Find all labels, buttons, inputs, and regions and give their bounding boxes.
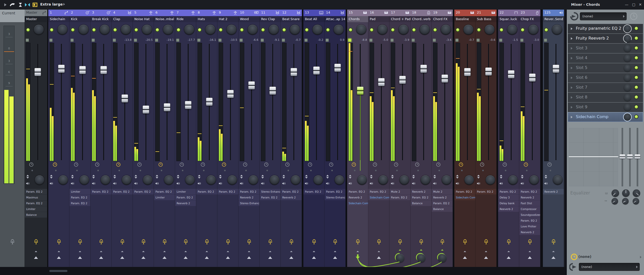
stereo-knob[interactable] bbox=[528, 25, 538, 35]
track-select-square[interactable] bbox=[544, 39, 547, 42]
audio-plug-icon[interactable] bbox=[196, 238, 217, 247]
track-enable-led[interactable] bbox=[198, 28, 201, 31]
mute-speaker-icon[interactable] bbox=[113, 182, 116, 185]
track-select-square[interactable] bbox=[369, 39, 373, 42]
swap-channels-icon[interactable] bbox=[92, 175, 95, 179]
volume-fader[interactable] bbox=[227, 90, 234, 98]
track-enable-led[interactable] bbox=[545, 28, 548, 31]
effect-slot-7[interactable]: Slot 7 bbox=[568, 83, 643, 92]
volume-fader[interactable] bbox=[485, 67, 492, 76]
audio-plug-icon[interactable] bbox=[543, 238, 564, 247]
small-caret-icon[interactable] bbox=[35, 251, 37, 252]
audio-plug-icon[interactable] bbox=[91, 238, 112, 247]
plugin-slot-item[interactable]: Param. EQ 2 bbox=[69, 195, 90, 200]
pan-knob[interactable] bbox=[464, 175, 474, 185]
track-enable-led[interactable] bbox=[240, 28, 244, 31]
track-select-square[interactable] bbox=[134, 39, 137, 42]
track-name[interactable]: Noise..mbal bbox=[154, 16, 175, 22]
route-caret-icon[interactable] bbox=[141, 256, 145, 259]
pan-knob[interactable] bbox=[486, 175, 495, 185]
audio-plug-icon[interactable] bbox=[112, 238, 133, 247]
eq-width-knob-3[interactable] bbox=[633, 198, 639, 204]
eq-width-knob-2[interactable] bbox=[622, 198, 629, 204]
track-header[interactable]: 6 bbox=[154, 10, 175, 16]
stereo-knob[interactable] bbox=[356, 25, 366, 35]
input-select[interactable]: (none) bbox=[580, 12, 627, 20]
eq-width-knob-1[interactable] bbox=[612, 198, 618, 204]
track-header[interactable]: 125 bbox=[543, 10, 564, 16]
stereo-knob[interactable] bbox=[248, 25, 258, 35]
swap-channels-icon[interactable] bbox=[391, 175, 394, 179]
pan-knob[interactable] bbox=[249, 175, 258, 185]
swap-channels-icon[interactable] bbox=[156, 175, 158, 179]
plugin-slot-item[interactable]: Param. EQ 2 bbox=[154, 189, 175, 194]
latency-clock-icon[interactable] bbox=[243, 162, 248, 167]
plugin-slot-item[interactable]: Reeverb 2 bbox=[498, 206, 519, 212]
eq-freq-knob-2[interactable] bbox=[622, 189, 630, 197]
mute-speaker-icon[interactable] bbox=[197, 182, 201, 185]
swap-channels-icon[interactable] bbox=[521, 175, 524, 179]
swap-channels-icon[interactable] bbox=[26, 175, 29, 179]
small-caret-icon[interactable] bbox=[58, 251, 60, 252]
stereo-knob[interactable] bbox=[463, 25, 473, 35]
track-enable-led[interactable] bbox=[50, 28, 53, 31]
plugin-slot-item[interactable]: Param. EQ 2 bbox=[368, 189, 389, 194]
audio-plug-icon[interactable] bbox=[411, 238, 432, 247]
effect-slot-5[interactable]: Slot 5 bbox=[568, 63, 643, 73]
send-knob[interactable] bbox=[416, 253, 426, 263]
swap-channels-icon[interactable] bbox=[433, 175, 436, 179]
slot-enable-led[interactable] bbox=[635, 105, 638, 109]
mute-speaker-icon[interactable] bbox=[219, 182, 222, 185]
plugin-slot-item[interactable]: Delay 3 bbox=[498, 195, 519, 200]
volume-fader[interactable] bbox=[464, 68, 471, 76]
route-caret-icon[interactable] bbox=[34, 256, 38, 259]
track-name[interactable]: Chords bbox=[347, 16, 368, 22]
swap-channels-icon[interactable] bbox=[305, 175, 308, 179]
volume-fader[interactable] bbox=[164, 103, 170, 111]
plugin-slot-item[interactable]: Stereo Enhancer bbox=[238, 200, 259, 206]
pan-knob[interactable] bbox=[399, 175, 409, 185]
swap-channels-icon[interactable] bbox=[456, 175, 459, 179]
volume-fader[interactable] bbox=[334, 64, 341, 72]
swap-channels-icon[interactable] bbox=[261, 175, 264, 179]
track-header[interactable]: 1 bbox=[48, 10, 69, 16]
slot-mix-knob[interactable] bbox=[624, 104, 631, 111]
track-select-square[interactable] bbox=[70, 39, 74, 42]
pan-knob[interactable] bbox=[185, 175, 195, 185]
pan-knob[interactable] bbox=[335, 175, 344, 185]
plugin-slot-item[interactable]: Stereo Enhancer bbox=[260, 189, 280, 194]
swap-channels-icon[interactable] bbox=[113, 175, 116, 179]
audio-plug-icon[interactable] bbox=[368, 238, 389, 247]
small-caret-icon[interactable] bbox=[121, 251, 124, 252]
pan-knob[interactable] bbox=[79, 175, 89, 185]
audio-plug-icon[interactable] bbox=[154, 238, 175, 247]
small-caret-icon[interactable] bbox=[100, 251, 102, 252]
swap-channels-icon[interactable] bbox=[349, 175, 351, 179]
plugin-slot-item[interactable]: Param. EQ 2 bbox=[347, 189, 368, 194]
plugin-slot-item[interactable]: Compressor bbox=[519, 206, 540, 212]
plugin-slot-item[interactable]: Param. EQ 2 bbox=[91, 189, 111, 194]
track-header[interactable]: 17 bbox=[389, 10, 411, 16]
track-name[interactable]: Master bbox=[25, 16, 47, 22]
small-caret-icon[interactable] bbox=[378, 251, 380, 252]
audio-plug-icon[interactable] bbox=[133, 238, 154, 247]
track-select-square[interactable] bbox=[26, 39, 29, 42]
volume-fader[interactable] bbox=[291, 68, 297, 76]
latency-clock-icon[interactable] bbox=[547, 162, 552, 167]
small-caret-icon[interactable] bbox=[290, 251, 293, 252]
plugin-slot-item[interactable]: Delay bank bbox=[498, 200, 519, 206]
track-header[interactable]: 19 bbox=[432, 10, 453, 16]
effect-slot-2[interactable]: Fruity Reeverb 2 bbox=[568, 34, 643, 43]
audio-plug-icon[interactable] bbox=[48, 238, 69, 247]
audio-plug-icon[interactable] bbox=[303, 238, 325, 247]
track-enable-led[interactable] bbox=[391, 28, 394, 31]
stereo-knob[interactable] bbox=[78, 25, 89, 35]
layout-more-arrow-icon[interactable] bbox=[63, 3, 65, 6]
slot-mix-knob[interactable] bbox=[624, 64, 631, 72]
minimize-button[interactable]: — bbox=[623, 2, 630, 7]
track-name[interactable]: Pad bbox=[368, 16, 389, 22]
pan-knob[interactable] bbox=[164, 175, 174, 185]
volume-fader[interactable] bbox=[185, 101, 191, 109]
plugin-slot-item[interactable]: Limiter bbox=[25, 206, 47, 212]
autoscroll-icon[interactable] bbox=[17, 2, 24, 8]
